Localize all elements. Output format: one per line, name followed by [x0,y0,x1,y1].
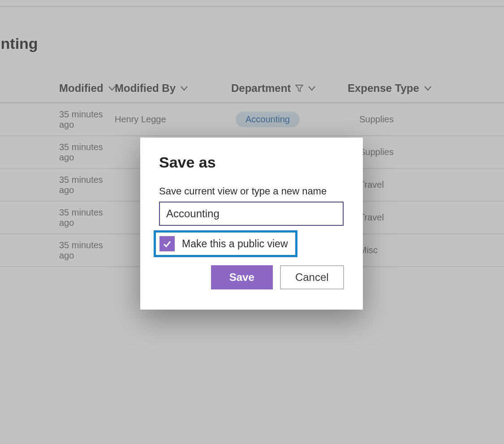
page: ounting Modified Modified By Department [0,0,504,444]
check-icon [162,239,172,249]
dialog-label: Save current view or type a new name [159,185,344,197]
public-view-checkbox-label: Make this a public view [182,238,288,250]
dialog-title: Save as [159,154,344,171]
cancel-button[interactable]: Cancel [280,265,345,289]
dialog-buttons: Save Cancel [159,265,344,289]
view-name-input[interactable] [159,202,344,226]
save-as-dialog: Save as Save current view or type a new … [140,138,363,310]
save-button[interactable]: Save [211,265,273,289]
public-view-checkbox-highlight: Make this a public view [154,230,297,257]
public-view-checkbox[interactable] [159,236,175,251]
